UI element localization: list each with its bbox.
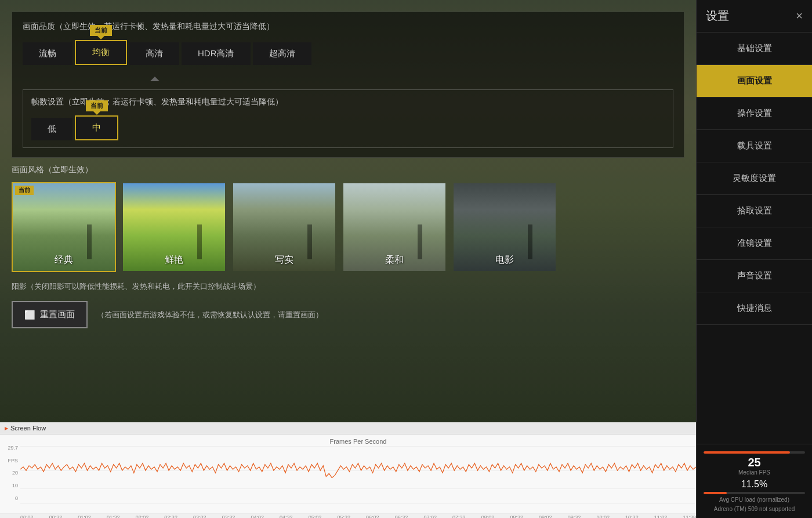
- fps-chart-area: Frames Per Second: [20, 434, 696, 513]
- reset-note: （若画面设置后游戏体验不佳，或需恢复默认认设置，请重置画面）: [97, 310, 323, 320]
- quality-buttons: 流畅 当前 均衡 高清 HDR高清 超高清: [23, 40, 673, 65]
- sidebar-item-sensitivity[interactable]: 灵敏度设置: [697, 162, 812, 195]
- fps-yaxis: 29.7 FPS 20 10 0: [0, 434, 20, 513]
- cpu-bar-fill: [704, 492, 727, 494]
- fps-chart-label: Frames Per Second: [330, 438, 387, 445]
- screen-flow-body: 29.7 FPS 20 10 0 Frames Per Second: [0, 434, 696, 513]
- sidebar-item-scope[interactable]: 准镜设置: [697, 227, 812, 260]
- y-mid: FPS: [2, 458, 18, 463]
- sidebar-title: 设置: [706, 8, 729, 24]
- shadow-note: 阳影（关闭阳影可以降低性能损耗、发热和耗电，此开关口控制战斗场景）: [12, 281, 684, 292]
- reset-area: ⬜ 重置画面 （若画面设置后游戏体验不佳，或需恢复默认认设置，请重置画面）: [12, 301, 684, 328]
- fps-stat-label: Median FPS: [704, 469, 805, 476]
- fps-section: 帧数设置（立即生效；若运行卡顿、发热量和耗电量过大可适当降低） 低 当前 中: [23, 89, 673, 148]
- sidebar-item-basic[interactable]: 基础设置: [697, 32, 812, 65]
- style-vivid-label: 鲜艳: [123, 254, 225, 266]
- style-cards: 当前 经典 鲜艳 写实 柔和 电影: [12, 182, 684, 272]
- style-soft-label: 柔和: [343, 254, 445, 266]
- fps-xaxis: 00:02 00:32 01:02 01:32 02:02 02:32 03:0…: [0, 513, 696, 518]
- style-section: 画面风格（立即生效） 当前 经典 鲜艳 写实 柔和: [12, 165, 684, 272]
- style-vivid[interactable]: 鲜艳: [122, 182, 226, 272]
- fps-chart-svg: [20, 434, 696, 513]
- cpu-bar: [704, 492, 805, 494]
- quality-hdr[interactable]: HDR高清: [182, 42, 251, 65]
- sidebar-item-pickup[interactable]: 拾取设置: [697, 195, 812, 227]
- screen-flow-header: ▶ Screen Flow: [0, 422, 696, 434]
- quality-hd[interactable]: 高清: [129, 42, 179, 65]
- close-button[interactable]: ×: [796, 9, 803, 23]
- y-ten: 10: [2, 483, 18, 488]
- y-max: 29.7: [2, 445, 18, 451]
- gpu-note: Adreno (TM) 509 not supported: [704, 505, 805, 513]
- sidebar-item-display[interactable]: 画面设置: [697, 65, 812, 97]
- sidebar-item-messages[interactable]: 快捷消息: [697, 292, 812, 325]
- fps-stat-value: 25: [704, 456, 805, 469]
- sidebar-item-sound[interactable]: 声音设置: [697, 260, 812, 292]
- cpu-stat-label: Avg CPU load (normalized): [704, 497, 805, 503]
- quality-title: 画面品质（立即生效，若运行卡顿、发热量和耗电量过大可适当降低）: [23, 21, 673, 32]
- style-soft[interactable]: 柔和: [342, 182, 447, 272]
- fps-bar: [704, 451, 805, 454]
- sidebar-header: 设置 ×: [697, 0, 812, 32]
- fps-current-label: 当前: [86, 100, 108, 111]
- reset-button[interactable]: ⬜ 重置画面: [12, 301, 88, 328]
- sidebar-item-controls[interactable]: 操作设置: [697, 97, 812, 130]
- y-zero: 0: [2, 495, 18, 501]
- quality-ultra[interactable]: 超高清: [253, 42, 311, 65]
- quality-balanced[interactable]: 均衡: [75, 40, 127, 65]
- fps-mid[interactable]: 中: [75, 115, 118, 140]
- quality-current-label: 当前: [90, 25, 112, 36]
- monitor-icon: ⬜: [24, 310, 35, 320]
- y-low: 20: [2, 470, 18, 476]
- screen-flow-panel: ▶ Screen Flow 29.7 FPS 20 10 0 Frames Pe…: [0, 422, 696, 518]
- right-sidebar: 设置 × 基础设置 画面设置 操作设置 载具设置 灵敏度设置 拾取设置 准镜设置…: [696, 0, 812, 518]
- fps-title: 帧数设置（立即生效；若运行卡顿、发热量和耗电量过大可适当降低）: [31, 97, 665, 107]
- quality-smooth[interactable]: 流畅: [23, 42, 72, 65]
- style-cinematic[interactable]: 电影: [452, 182, 557, 272]
- fps-bar-fill: [704, 451, 790, 454]
- fps-low[interactable]: 低: [31, 118, 72, 140]
- fps-buttons: 低 当前 中: [31, 115, 665, 140]
- style-classic[interactable]: 当前 经典: [12, 182, 116, 272]
- style-realistic-label: 写实: [233, 254, 335, 266]
- sidebar-nav: 基础设置 画面设置 操作设置 载具设置 灵敏度设置 拾取设置 准镜设置 声音设置…: [697, 32, 812, 444]
- quality-section: 画面品质（立即生效，若运行卡顿、发热量和耗电量过大可适当降低） 流畅 当前 均衡…: [12, 12, 684, 158]
- sidebar-item-vehicle[interactable]: 载具设置: [697, 130, 812, 162]
- cpu-stat-value: 11.5%: [704, 479, 805, 490]
- style-realistic[interactable]: 写实: [232, 182, 336, 272]
- style-cinematic-label: 电影: [454, 254, 556, 266]
- stats-panel: 25 Median FPS 11.5% Avg CPU load (normal…: [697, 444, 812, 518]
- reset-label: 重置画面: [40, 309, 75, 320]
- screen-flow-title: Screen Flow: [10, 425, 46, 432]
- style-classic-label: 经典: [13, 254, 115, 266]
- style-title: 画面风格（立即生效）: [12, 165, 684, 175]
- style-current-tag: 当前: [15, 186, 34, 195]
